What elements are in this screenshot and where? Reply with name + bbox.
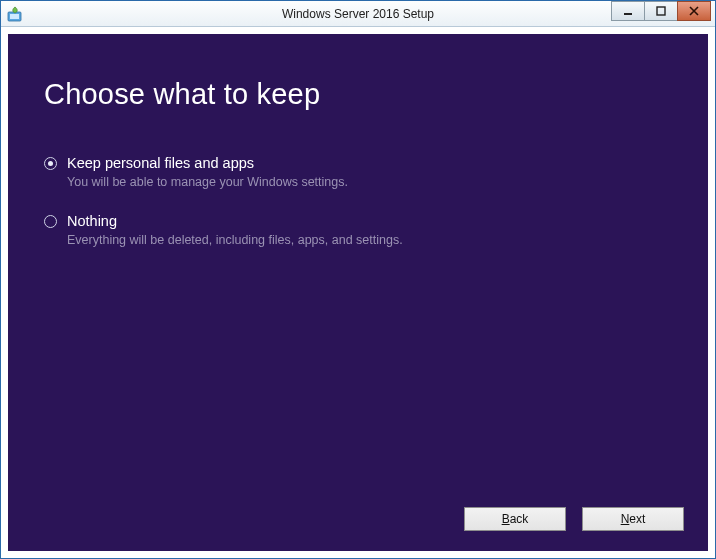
close-button[interactable] [677,1,711,21]
back-accel: B [502,512,510,526]
page-heading: Choose what to keep [44,78,672,111]
titlebar: Windows Server 2016 Setup [1,1,715,27]
option-label: Keep personal files and apps [67,155,254,171]
content-panel: Choose what to keep Keep personal files … [8,34,708,551]
footer-buttons: Back Next [464,507,684,531]
maximize-button[interactable] [644,1,678,21]
back-rest: ack [510,512,529,526]
option-keep-files[interactable]: Keep personal files and apps You will be… [44,155,672,189]
back-button[interactable]: Back [464,507,566,531]
svg-rect-2 [624,13,632,15]
window-title: Windows Server 2016 Setup [1,1,715,27]
next-button[interactable]: Next [582,507,684,531]
window-controls [611,1,715,26]
option-nothing[interactable]: Nothing Everything will be deleted, incl… [44,213,672,247]
radio-icon [44,157,57,170]
option-description: Everything will be deleted, including fi… [67,233,672,247]
setup-window: Windows Server 2016 Setup Choose what to… [0,0,716,559]
app-icon [7,6,23,22]
radio-icon [44,215,57,228]
next-rest: ext [629,512,645,526]
option-description: You will be able to manage your Windows … [67,175,672,189]
svg-rect-1 [10,14,19,19]
minimize-button[interactable] [611,1,645,21]
content-frame: Choose what to keep Keep personal files … [1,27,715,558]
option-label: Nothing [67,213,117,229]
svg-rect-3 [657,7,665,15]
